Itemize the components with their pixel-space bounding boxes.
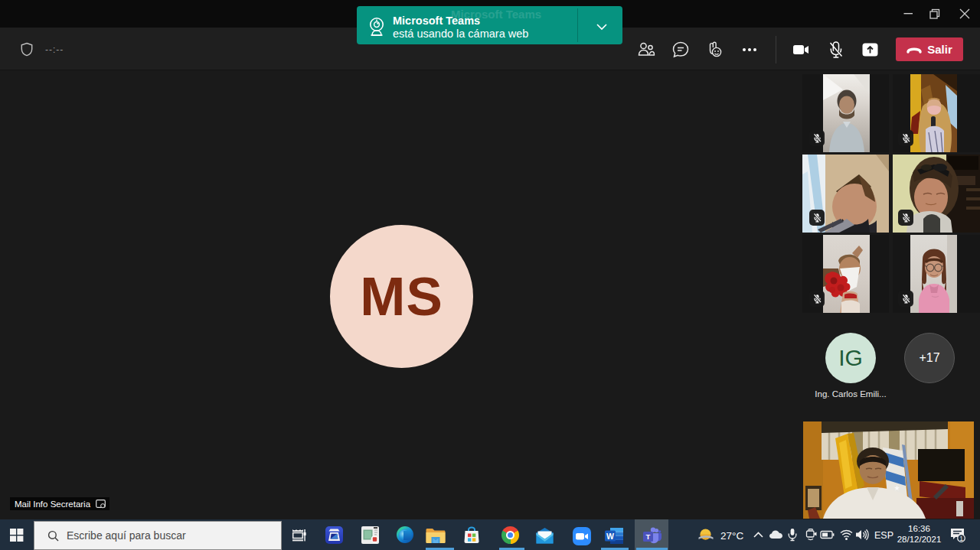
svg-text:W: W [606,532,614,541]
svg-text:T: T [646,532,651,541]
svg-text:1: 1 [959,535,963,542]
